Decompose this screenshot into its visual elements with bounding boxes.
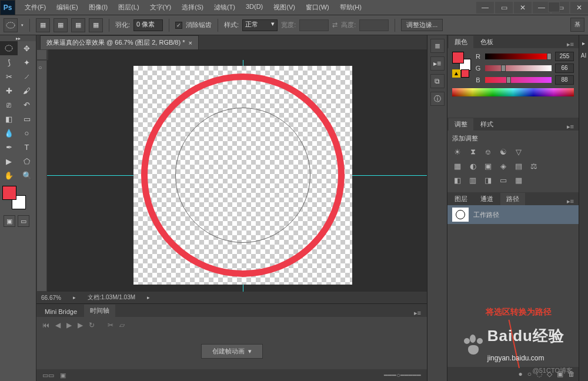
- current-tool-icon[interactable]: [4, 18, 18, 32]
- tab-layers[interactable]: 图层: [449, 193, 473, 205]
- zoom-arrow-icon[interactable]: ▸: [73, 295, 76, 300]
- dock-properties-icon[interactable]: ⧉: [430, 74, 445, 88]
- adj-selective-color-icon[interactable]: ▦: [513, 175, 524, 185]
- refine-edge-button[interactable]: 调整边缘...: [401, 19, 443, 31]
- gamut-warning-icon[interactable]: ▲: [452, 69, 460, 78]
- tool-hand[interactable]: ✋: [0, 168, 18, 182]
- tab-channels[interactable]: 通道: [475, 193, 499, 205]
- tool-lasso[interactable]: ⟆: [0, 55, 18, 69]
- b-slider[interactable]: [485, 77, 552, 83]
- canvas[interactable]: [47, 60, 427, 292]
- tool-stamp[interactable]: ⎚: [0, 98, 18, 112]
- tool-gradient[interactable]: ▭: [18, 112, 36, 126]
- timeline-panel-menu-icon[interactable]: ▸≡: [410, 309, 425, 317]
- paths-panel-menu-icon[interactable]: ▸≡: [563, 198, 577, 205]
- close-button[interactable]: ✕: [570, 2, 588, 14]
- color-spectrum[interactable]: [452, 88, 574, 96]
- toolbox-grip[interactable]: ▸▸: [0, 35, 36, 41]
- menu-image[interactable]: 图像(I): [84, 1, 112, 14]
- adj-invert-icon[interactable]: ◧: [452, 175, 463, 185]
- adj-channel-mixer-icon[interactable]: ◈: [498, 161, 509, 171]
- quick-mask-button[interactable]: ▣: [4, 215, 15, 227]
- menu-select[interactable]: 选择(S): [177, 1, 208, 14]
- tool-dodge[interactable]: ○: [18, 126, 36, 140]
- doc-size-info[interactable]: 文档:1.03M/1.03M: [88, 293, 135, 302]
- adj-hue-icon[interactable]: ▦: [452, 161, 463, 171]
- menu-file[interactable]: 文件(F): [20, 1, 51, 14]
- tool-eraser[interactable]: ◧: [0, 112, 18, 126]
- create-frame-animation-button[interactable]: 创建帧动画 ▾: [201, 344, 263, 359]
- tool-path-select[interactable]: ▶: [0, 154, 18, 168]
- tool-brush[interactable]: 🖌: [18, 83, 36, 98]
- adj-posterize-icon[interactable]: ▥: [467, 175, 478, 185]
- adj-bw-icon[interactable]: ◐: [467, 161, 478, 171]
- far-right-expand-icon[interactable]: ▸: [582, 40, 585, 46]
- doc-close-button[interactable]: ✕: [514, 2, 532, 14]
- tool-crop[interactable]: ✂: [0, 69, 18, 83]
- selection-subtract-button[interactable]: ▦: [71, 18, 85, 32]
- info-arrow-icon[interactable]: ▸: [147, 295, 150, 300]
- doc-maximize-button[interactable]: ▭: [495, 2, 513, 14]
- zoom-level[interactable]: 66.67%: [41, 295, 61, 301]
- workspace-switcher-button[interactable]: 基: [570, 18, 584, 32]
- tab-swatches[interactable]: 色板: [475, 36, 499, 48]
- screen-mode-button[interactable]: ▭: [18, 215, 29, 227]
- document-tab[interactable]: 效果逼真的公章效果 @ 66.7% (图层 2, RGB/8) * ×: [40, 35, 199, 49]
- tab-color[interactable]: 颜色: [449, 36, 473, 48]
- dock-actions-icon[interactable]: ▸≡: [430, 56, 445, 71]
- fill-path-icon[interactable]: ●: [519, 370, 523, 378]
- adj-exposure-icon[interactable]: ☯: [498, 146, 509, 157]
- adj-brightness-icon[interactable]: ☀: [452, 146, 463, 157]
- selection-intersect-button[interactable]: ▦: [89, 18, 103, 32]
- ruler-horizontal[interactable]: 0 50 100 150 200 250 300 350 400 450 500…: [47, 49, 48, 60]
- tool-type[interactable]: T: [18, 140, 36, 154]
- tool-history-brush[interactable]: ↶: [18, 98, 36, 112]
- tab-paths[interactable]: 路径: [500, 193, 525, 205]
- color-panel-menu-icon[interactable]: ▸≡: [563, 41, 577, 48]
- doc-minimize-button[interactable]: —: [476, 2, 494, 14]
- stroke-path-icon[interactable]: ○: [527, 370, 532, 378]
- g-input[interactable]: 66: [555, 63, 574, 73]
- menu-view[interactable]: 视图(V): [269, 1, 300, 14]
- far-right-ai-icon[interactable]: AI: [581, 52, 586, 59]
- adj-threshold-icon[interactable]: ◨: [483, 175, 493, 185]
- tool-healing[interactable]: ✚: [0, 83, 18, 98]
- tab-styles[interactable]: 样式: [475, 118, 499, 131]
- adj-vibrance-icon[interactable]: ▽: [513, 146, 524, 157]
- tool-pen[interactable]: ✒: [0, 140, 18, 154]
- menu-filter[interactable]: 滤镜(T): [209, 1, 240, 14]
- panel-fgbg-swatch[interactable]: [452, 52, 471, 71]
- path-item-work-path[interactable]: 工作路径: [447, 205, 579, 224]
- tab-mini-bridge[interactable]: Mini Bridge: [39, 306, 83, 317]
- fg-bg-color[interactable]: [2, 186, 26, 209]
- ruler-origin[interactable]: [36, 49, 47, 60]
- tool-marquee[interactable]: [0, 41, 18, 55]
- adj-photo-filter-icon[interactable]: ▣: [483, 161, 493, 171]
- adj-color-balance-icon[interactable]: ⚖: [529, 161, 539, 171]
- dock-history-icon[interactable]: ≣: [430, 39, 445, 53]
- foreground-color-swatch[interactable]: [2, 186, 16, 200]
- adj-levels-icon[interactable]: ⧗: [467, 146, 478, 157]
- selection-add-button[interactable]: ▦: [54, 18, 68, 32]
- gamut-warning-swatch[interactable]: [461, 69, 469, 78]
- b-input[interactable]: 88: [555, 75, 574, 85]
- document-tab-close-icon[interactable]: ×: [189, 39, 192, 46]
- dock-info-icon[interactable]: ⓘ: [430, 92, 445, 106]
- selection-new-button[interactable]: ▦: [36, 18, 50, 32]
- antialias-checkbox[interactable]: ✓: [175, 22, 182, 29]
- cloud-status-icon[interactable]: [548, 2, 560, 12]
- menu-window[interactable]: 窗口(W): [301, 1, 334, 14]
- feather-input[interactable]: 0 像素: [133, 19, 163, 31]
- g-slider[interactable]: [485, 65, 552, 71]
- ruler-vertical[interactable]: 0: [36, 60, 47, 292]
- tool-blur[interactable]: 💧: [0, 126, 18, 140]
- panel-fg-swatch[interactable]: [452, 52, 464, 63]
- menu-3d[interactable]: 3D(D): [241, 1, 268, 14]
- tool-move[interactable]: ✥: [18, 41, 36, 55]
- menu-type[interactable]: 文字(Y): [145, 1, 176, 14]
- adjustments-panel-menu-icon[interactable]: ▸≡: [563, 123, 577, 131]
- adj-gradient-map-icon[interactable]: ▭: [498, 175, 509, 185]
- tool-preset-dropdown-icon[interactable]: ▾: [21, 23, 24, 28]
- style-select[interactable]: 正常: [242, 19, 278, 31]
- tool-shape[interactable]: ⬠: [18, 154, 36, 168]
